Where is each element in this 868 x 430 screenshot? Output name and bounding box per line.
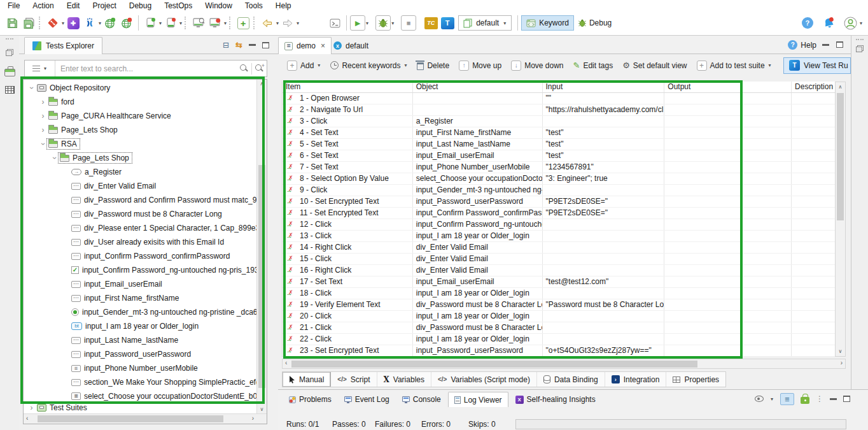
- git-dropdown-icon[interactable]: ▾: [62, 20, 64, 26]
- maximize-editor-icon[interactable]: [836, 41, 843, 48]
- input-cell[interactable]: "3: Engineer"; true: [543, 173, 665, 184]
- column-header-output[interactable]: Output: [664, 82, 792, 92]
- delete-step-button[interactable]: Delete: [417, 61, 449, 70]
- input-cell[interactable]: "": [543, 93, 665, 104]
- jira-icon[interactable]: [81, 15, 98, 31]
- output-cell[interactable]: [664, 299, 792, 310]
- add-to-test-suite-button[interactable]: +Add to test suite▾: [697, 61, 772, 71]
- input-cell[interactable]: "test": [543, 150, 665, 161]
- table-row[interactable]: →✗9 - Clickinput_Gender_mt-3 ng-untouche…: [283, 185, 835, 196]
- output-cell[interactable]: [664, 242, 792, 253]
- spy-mobile-dropdown-icon[interactable]: ▾: [159, 20, 162, 26]
- scroll-down-icon[interactable]: ∨: [257, 406, 267, 412]
- object-cell[interactable]: select_Choose your occupationDoctorStude…: [413, 173, 543, 184]
- output-cell[interactable]: [664, 196, 792, 207]
- tab-problems[interactable]: Problems: [283, 392, 337, 407]
- tree-item[interactable]: ⋯div_User already exisits with this Emai…: [24, 235, 256, 249]
- item-cell[interactable]: →✗7 - Set Text: [283, 162, 413, 173]
- tab-console[interactable]: Console: [396, 392, 447, 407]
- output-cell[interactable]: [664, 254, 792, 264]
- expander-icon[interactable]: ›: [39, 126, 47, 134]
- tree-item[interactable]: btinput_I am 18 year or Older_login: [24, 319, 256, 333]
- forward-icon[interactable]: [279, 15, 296, 31]
- view-options-eye-icon[interactable]: [755, 396, 764, 402]
- tree-item[interactable]: ›Page_Lets Shop: [24, 123, 256, 137]
- add-dropdown-icon[interactable]: ▾: [318, 62, 320, 68]
- lock-icon[interactable]: [801, 397, 809, 404]
- object-cell[interactable]: input_I am 18 year or Older_login: [413, 334, 543, 345]
- output-cell[interactable]: [664, 276, 792, 287]
- tree-item[interactable]: ⋯input_Password_userPassword: [24, 347, 256, 361]
- search-filter-button[interactable]: ▾: [25, 61, 55, 76]
- notifications-icon[interactable]: [821, 15, 837, 31]
- description-cell[interactable]: [792, 116, 835, 127]
- description-cell[interactable]: [792, 185, 835, 196]
- column-header-object[interactable]: Object: [413, 82, 543, 92]
- input-cell[interactable]: "test": [543, 127, 665, 138]
- tab-demo[interactable]: ≣ demo ×: [278, 37, 332, 54]
- table-row[interactable]: →✗1 - Open Browser"": [283, 93, 835, 104]
- stop-button[interactable]: ■: [401, 15, 416, 31]
- table-row[interactable]: →✗17 - Set Textinput_Email_userEmail"tes…: [283, 276, 835, 288]
- scrollbar-thumb[interactable]: [258, 165, 265, 388]
- menu-project[interactable]: Project: [86, 1, 122, 10]
- tree-item[interactable]: ⋯input_Last Name_lastName: [24, 333, 256, 347]
- object-cell[interactable]: [413, 93, 543, 104]
- tab-log-viewer[interactable]: Log Viewer: [448, 392, 508, 407]
- object-cell[interactable]: a_Register: [413, 116, 543, 127]
- menu-edit[interactable]: Edit: [60, 1, 87, 10]
- menu-help[interactable]: Help: [269, 1, 298, 10]
- scroll-up-icon[interactable]: ∧: [836, 84, 845, 90]
- table-row[interactable]: →✗12 - Clickinput_Confirm Password_ng-un…: [283, 219, 835, 231]
- item-cell[interactable]: →✗8 - Select Option By Value: [283, 173, 413, 184]
- description-cell[interactable]: [792, 276, 835, 287]
- table-row[interactable]: →✗11 - Set Encrypted Textinput_Confirm P…: [283, 208, 835, 219]
- column-header-input[interactable]: Input: [543, 82, 665, 92]
- tab-event-log[interactable]: Event Log: [339, 392, 395, 407]
- column-header-item[interactable]: Item: [283, 82, 413, 92]
- input-cell[interactable]: "test": [543, 139, 665, 150]
- item-cell[interactable]: →✗11 - Set Encrypted Text: [283, 208, 413, 219]
- table-row[interactable]: →✗21 - Clickdiv_Password must be 8 Chara…: [283, 322, 835, 334]
- output-cell[interactable]: [664, 162, 792, 173]
- output-cell[interactable]: [664, 288, 792, 299]
- debug-button[interactable]: [375, 15, 391, 31]
- object-cell[interactable]: input_Gender_mt-3 ng-untouched ng-pristi…: [413, 185, 543, 196]
- record-web-monitor-dropdown-icon[interactable]: ▾: [224, 20, 227, 26]
- tree-horizontal-scrollbar[interactable]: ‹ ›: [24, 413, 267, 424]
- output-cell[interactable]: [664, 150, 792, 161]
- input-cell[interactable]: "Password must be 8 Character Long: [543, 299, 665, 310]
- tree-item[interactable]: ⋯input_First Name_firstName: [24, 291, 256, 305]
- edit-tags-button[interactable]: ✎Edit tags: [573, 61, 613, 70]
- table-horizontal-scrollbar[interactable]: ‹ ›: [282, 359, 846, 369]
- description-cell[interactable]: [792, 311, 835, 322]
- menu-file[interactable]: File: [1, 1, 26, 10]
- table-row[interactable]: →✗2 - Navigate To Url"https://rahulshett…: [283, 104, 835, 116]
- recent-keywords-button[interactable]: Recent keywords▾: [330, 61, 407, 70]
- table-row[interactable]: →✗6 - Set Textinput_Email_userEmail"test…: [283, 150, 835, 162]
- object-cell[interactable]: div_Enter Valid Email: [413, 242, 543, 253]
- table-row[interactable]: →✗10 - Set Encrypted Textinput_Password_…: [283, 196, 835, 208]
- expander-icon[interactable]: ›: [51, 154, 59, 162]
- forward-dropdown-icon[interactable]: ▾: [297, 20, 299, 26]
- object-cell[interactable]: input_Last Name_lastName: [413, 139, 543, 150]
- expander-icon[interactable]: ›: [28, 84, 36, 92]
- input-cell[interactable]: [543, 231, 665, 241]
- object-cell[interactable]: input_Password_userPassword: [413, 196, 543, 207]
- item-cell[interactable]: →✗20 - Click: [283, 311, 413, 322]
- object-cell[interactable]: input_I am 18 year or Older_login: [413, 231, 543, 241]
- back-icon[interactable]: [259, 15, 276, 31]
- table-row[interactable]: →✗22 - Clickinput_I am 18 year or Older_…: [283, 334, 835, 345]
- item-cell[interactable]: →✗21 - Click: [283, 322, 413, 333]
- expander-icon[interactable]: ›: [39, 98, 47, 106]
- tree-item[interactable]: ⋯input_Confirm Password_confirmPassword: [24, 249, 256, 263]
- account-dropdown-icon[interactable]: ▾: [860, 20, 862, 26]
- record-web-icon[interactable]: [102, 15, 118, 31]
- expander-icon[interactable]: ›: [27, 404, 36, 412]
- input-cell[interactable]: [543, 116, 665, 127]
- testcloud-icon[interactable]: TC: [423, 15, 439, 31]
- minimize-panel-icon[interactable]: [249, 44, 256, 46]
- back-dropdown-icon[interactable]: ▾: [276, 20, 279, 26]
- table-row[interactable]: →✗3 - Clicka_Register: [283, 116, 835, 127]
- input-cell[interactable]: "P9ET2sDE0SE=": [543, 196, 665, 207]
